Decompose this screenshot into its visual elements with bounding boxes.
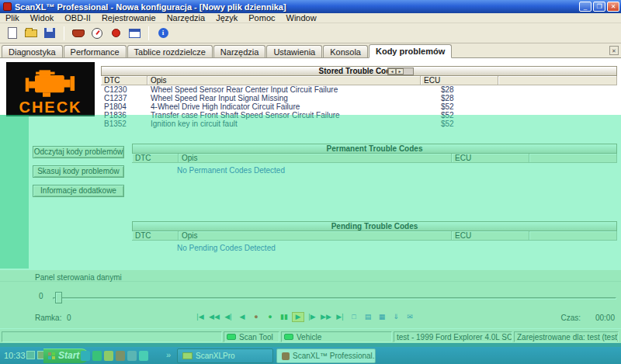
cell-dtc: P1804	[101, 102, 147, 111]
menu-plik[interactable]: Plik	[0, 13, 25, 23]
cell-ecu: $28	[421, 94, 498, 102]
table-row[interactable]: P1836 Transfer case Front Shaft Speed Se…	[101, 111, 617, 120]
tab-performance[interactable]: Performance	[64, 45, 127, 57]
browse-frames-icon[interactable]: ▶	[292, 312, 304, 322]
quick-launch-icon[interactable]	[81, 351, 90, 361]
save-log-icon[interactable]: ▦	[376, 312, 388, 322]
step-back-icon[interactable]: ◀|	[222, 312, 234, 322]
screen: ScanXL™ Professional - Nowa konfiguracja…	[0, 0, 621, 364]
tab-tablice-rozdzielcze[interactable]: Tablice rozdzielcze	[127, 45, 213, 57]
export-data-icon[interactable]: ⇓	[390, 312, 402, 322]
maximize-button[interactable]: ❐	[593, 2, 605, 12]
info-icon[interactable]: i	[154, 26, 172, 41]
titlebar: ScanXL™ Professional - Nowa konfiguracja…	[0, 0, 621, 13]
new-file-icon[interactable]	[4, 26, 21, 41]
fast-forward-icon[interactable]: ▶▶	[320, 312, 332, 322]
menu-jezyk[interactable]: Język	[210, 13, 243, 23]
column-header-dtc[interactable]: DTC	[101, 76, 147, 85]
record-icon[interactable]: ●	[250, 312, 262, 322]
quick-launch-icon[interactable]	[139, 351, 148, 361]
pending-table-header: DTC Opis ECU	[132, 231, 617, 241]
tab-diagnostyka[interactable]: Diagnostyka	[2, 45, 63, 57]
skip-to-end-icon[interactable]: ▶|	[334, 312, 346, 322]
open-log-icon[interactable]: ▤	[362, 312, 374, 322]
new-log-icon[interactable]: □	[348, 312, 360, 322]
quick-launch-icon[interactable]	[104, 351, 113, 361]
quick-launch	[81, 351, 148, 361]
clear-trouble-codes-button[interactable]: Skasuj kody problemów	[33, 165, 124, 178]
save-icon[interactable]	[41, 26, 58, 41]
tab-konsola[interactable]: Konsola	[323, 45, 368, 57]
read-trouble-codes-button[interactable]: Odczytaj kody problemów	[33, 146, 124, 158]
quick-launch-icon[interactable]	[127, 351, 137, 361]
menu-widok[interactable]: Widok	[25, 13, 60, 23]
data-control-panel: Panel sterowania danymi 0 Ramka: 0 |◀ ◀◀…	[0, 269, 621, 328]
cell-desc: Wheel Speed Rear Input Signal Missing	[147, 94, 421, 102]
status-vehicle: Vehicle	[281, 331, 392, 342]
column-header-extra	[529, 154, 617, 162]
column-header-extra	[529, 231, 617, 240]
tab-kody-problemow[interactable]: Kody problemów	[369, 44, 452, 58]
pause-icon[interactable]: ▮▮	[278, 312, 290, 322]
column-header-dtc[interactable]: DTC	[132, 154, 179, 162]
open-folder-icon[interactable]	[23, 26, 40, 41]
permanent-table-header: DTC Opis ECU	[132, 154, 617, 163]
gauge-icon[interactable]	[88, 26, 106, 41]
app-icon	[3, 2, 12, 11]
table-row[interactable]: C1230 Wheel Speed Sensor Rear Center Inp…	[101, 85, 617, 94]
slider-value-label: 0	[39, 292, 43, 300]
play-reverse-icon[interactable]: ◀	[236, 312, 248, 322]
minimize-button[interactable]: _	[579, 2, 592, 12]
menu-window[interactable]: Window	[281, 13, 322, 23]
menu-pomoc[interactable]: Pomoc	[243, 13, 280, 23]
frame-slider-track[interactable]	[53, 297, 616, 300]
window-controls: _ ❐ ✕	[579, 2, 619, 12]
taskbar-button-scanxl-professional[interactable]: ScanXL™ Professional...	[276, 348, 376, 363]
step-forward-icon[interactable]: |▶	[306, 312, 318, 322]
tab-narzedzia[interactable]: Narzędzia	[213, 45, 266, 57]
frame-slider-thumb[interactable]	[55, 292, 62, 303]
time-value: 00:00	[595, 314, 615, 322]
column-header-opis[interactable]: Opis	[179, 231, 452, 240]
quick-launch-overflow-chevron[interactable]: »	[166, 350, 171, 359]
status-panel-empty	[2, 331, 222, 342]
column-header-dtc[interactable]: DTC	[132, 231, 179, 240]
column-header-extra	[498, 76, 617, 85]
column-header-ecu[interactable]: ECU	[421, 76, 498, 85]
quick-launch-icon[interactable]	[116, 351, 125, 361]
column-header-ecu[interactable]: ECU	[452, 231, 529, 240]
column-header-opis[interactable]: Opis	[147, 76, 421, 85]
menu-obd-ii[interactable]: OBD-II	[59, 13, 96, 23]
column-header-opis[interactable]: Opis	[179, 154, 452, 162]
obd-connector-icon[interactable]	[70, 26, 87, 41]
tab-ustawienia[interactable]: Ustawienia	[266, 45, 322, 57]
taskbar-icon[interactable]	[26, 351, 35, 359]
additional-info-button[interactable]: Informacje dodatkowe	[33, 185, 124, 197]
column-header-ecu[interactable]: ECU	[452, 154, 529, 162]
menu-rejestrowanie[interactable]: Rejestrowanie	[96, 13, 161, 23]
stop-icon[interactable]: ●	[264, 312, 276, 322]
skip-to-start-icon[interactable]: |◀	[194, 312, 206, 322]
scan-tool-led-icon	[227, 334, 236, 340]
cell-dtc: C1230	[101, 85, 147, 94]
check-engine-icon	[22, 68, 79, 99]
stored-trouble-codes-section: Stored Trouble Codes ◂▸ DTC Opis ECU C12…	[101, 66, 617, 128]
fast-rewind-icon[interactable]: ◀◀	[208, 312, 220, 322]
table-row[interactable]: C1237 Wheel Speed Rear Input Signal Miss…	[101, 94, 617, 102]
taskbar-button-scanxlpro[interactable]: ScanXLPro	[177, 348, 273, 363]
email-log-icon[interactable]: ✉	[404, 312, 416, 322]
tabbar: Diagnostyka Performance Tablice rozdziel…	[0, 43, 621, 58]
close-button[interactable]: ✕	[607, 2, 619, 12]
menu-narzedzia[interactable]: Narzędzia	[161, 13, 211, 23]
table-row[interactable]: P1804 4-Wheel Drive High Indicator Circu…	[101, 102, 617, 111]
table-row[interactable]: B1352 Ignition key in circuit fault $52	[101, 120, 617, 128]
cell-dtc: C1237	[101, 94, 147, 102]
cell-dtc: B1352	[101, 120, 147, 128]
cell-desc: Wheel Speed Sensor Rear Center Input Cir…	[147, 85, 421, 94]
tab-scroll-button[interactable]: ✕	[609, 46, 619, 55]
record-icon[interactable]	[107, 26, 124, 41]
quick-launch-icon[interactable]	[92, 351, 102, 361]
window-grid-icon[interactable]	[126, 26, 143, 41]
pending-section-title: Pending Trouble Codes	[132, 221, 617, 231]
status-vehicle-info: test - 1999 Ford Explorer 4.0L SOHC	[394, 331, 512, 342]
